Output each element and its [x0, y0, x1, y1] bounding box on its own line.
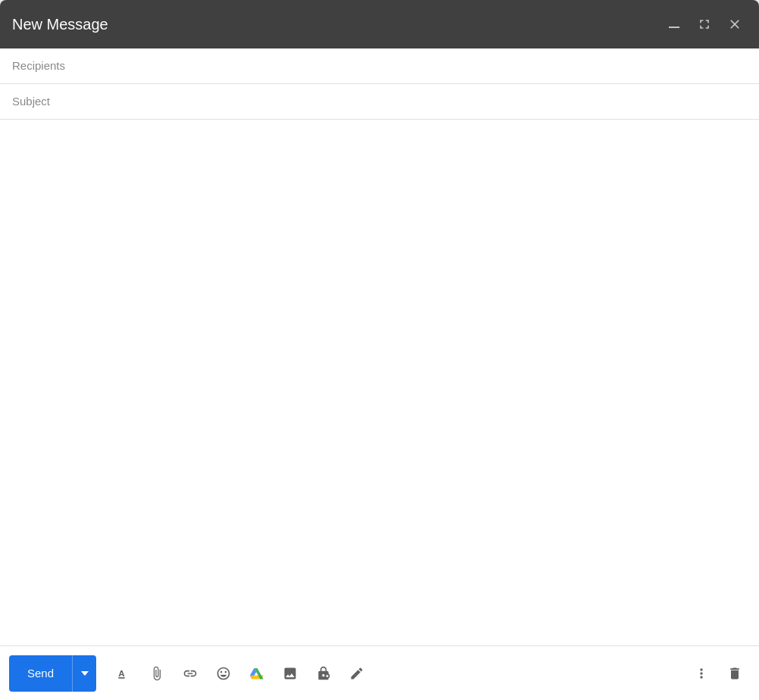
drive-icon — [249, 666, 264, 681]
header-controls — [662, 12, 747, 36]
link-icon — [183, 666, 198, 681]
more-vertical-icon — [694, 666, 709, 681]
more-options-button[interactable] — [686, 658, 717, 689]
insert-link-button[interactable] — [175, 658, 205, 689]
insert-emoji-button[interactable] — [208, 658, 239, 689]
send-button-group: Send — [9, 655, 96, 692]
minimize-icon — [669, 27, 679, 28]
expand-icon — [697, 17, 712, 32]
compose-header: New Message — [0, 0, 759, 48]
recipients-field-row[interactable]: Recipients — [0, 48, 759, 84]
body-area[interactable] — [0, 120, 759, 645]
svg-text:A: A — [118, 668, 125, 678]
recipients-placeholder: Recipients — [12, 59, 65, 72]
insert-drive-button[interactable] — [242, 658, 272, 689]
insert-signature-button[interactable] — [342, 658, 372, 689]
format-text-icon: A — [116, 666, 131, 681]
attach-icon — [149, 666, 164, 681]
compose-footer: Send A — [0, 645, 759, 700]
subject-placeholder: Subject — [12, 95, 50, 108]
photo-icon — [283, 666, 298, 681]
compose-title: New Message — [12, 16, 108, 33]
close-icon — [727, 17, 742, 32]
emoji-icon — [216, 666, 231, 681]
send-button[interactable]: Send — [9, 655, 72, 692]
confidential-mode-button[interactable] — [308, 658, 339, 689]
format-text-button[interactable]: A — [108, 658, 139, 689]
minimize-button[interactable] — [662, 12, 686, 36]
compose-window: New Message Recipients Subject — [0, 0, 759, 700]
send-dropdown-button[interactable] — [72, 655, 96, 692]
insert-photo-button[interactable] — [275, 658, 305, 689]
chevron-down-icon — [81, 671, 89, 676]
signature-icon — [349, 666, 364, 681]
lock-icon — [316, 666, 331, 681]
expand-button[interactable] — [692, 12, 717, 36]
subject-field-row[interactable]: Subject — [0, 84, 759, 120]
close-button[interactable] — [723, 12, 747, 36]
attach-button[interactable] — [142, 658, 172, 689]
discard-button[interactable] — [720, 658, 750, 689]
delete-icon — [727, 666, 742, 681]
